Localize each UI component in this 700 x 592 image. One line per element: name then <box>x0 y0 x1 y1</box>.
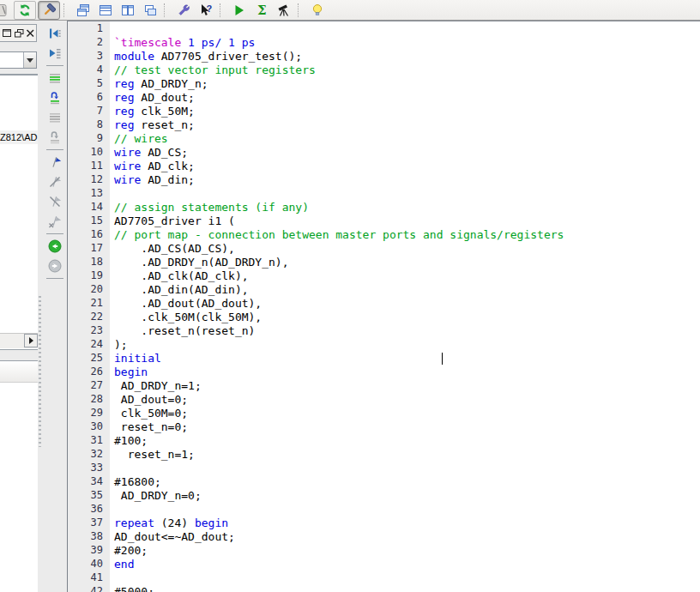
line-number[interactable]: 23 <box>68 324 110 338</box>
tile-horizontal-button[interactable] <box>95 2 116 19</box>
code-line[interactable]: .AD_clk(AD_clk), <box>114 269 700 283</box>
code-line[interactable]: #200; <box>114 544 700 558</box>
line-number[interactable]: 34 <box>68 475 110 489</box>
line-number[interactable]: 6 <box>68 91 110 105</box>
code-line[interactable]: // assign statements (if any) <box>114 201 700 214</box>
code-line[interactable]: AD_dout=0; <box>114 393 700 407</box>
combobox-value[interactable] <box>0 52 23 68</box>
undo-highlight-button[interactable] <box>45 89 64 106</box>
code-line[interactable]: reset_n=0; <box>114 420 700 434</box>
line-number[interactable]: 10 <box>68 146 110 160</box>
line-number[interactable]: 28 <box>68 393 110 407</box>
line-number[interactable]: 21 <box>68 297 110 311</box>
line-number[interactable]: 19 <box>68 269 110 283</box>
scroll-right-button[interactable] <box>24 334 38 347</box>
line-number[interactable]: 31 <box>68 434 110 448</box>
jump-next-button[interactable] <box>45 45 64 62</box>
code-line[interactable]: // wires <box>114 132 700 146</box>
jump-previous-button[interactable] <box>45 25 64 42</box>
add-bookmark-button[interactable] <box>45 154 64 171</box>
code-line[interactable]: ); <box>114 338 700 352</box>
mdi-maximize-button[interactable] <box>2 27 13 39</box>
line-number[interactable]: 33 <box>68 462 110 475</box>
line-number[interactable]: 24 <box>68 338 110 352</box>
cascade-windows-button[interactable] <box>73 2 94 19</box>
code-line[interactable]: reset_n=1; <box>114 448 700 462</box>
line-number[interactable]: 26 <box>68 365 110 379</box>
code-line[interactable]: #100; <box>114 434 700 448</box>
code-line[interactable]: repeat (24) begin <box>114 516 700 530</box>
code-line[interactable]: reg reset_n; <box>114 118 700 132</box>
compile-button[interactable] <box>38 1 60 20</box>
code-line[interactable]: clk_50M=0; <box>114 407 700 420</box>
line-number[interactable]: 2 <box>68 36 110 50</box>
mdi-close-button[interactable] <box>25 27 36 39</box>
line-number[interactable]: 29 <box>68 407 110 420</box>
overlap-windows-button[interactable] <box>140 2 160 19</box>
mdi-restore-button[interactable] <box>14 27 25 39</box>
run-button[interactable] <box>229 2 250 19</box>
code-area[interactable]: `timescale 1 ps/ 1 psmodule AD7705_drive… <box>110 21 700 592</box>
code-line[interactable]: `timescale 1 ps/ 1 ps <box>114 36 700 50</box>
line-number[interactable]: 37 <box>68 516 110 530</box>
code-line[interactable]: .AD_CS(AD_CS), <box>114 242 700 256</box>
code-line[interactable]: AD_dout<=~AD_dout; <box>114 530 700 544</box>
combobox-dropdown-button[interactable] <box>23 52 36 68</box>
summary-button[interactable]: Σ <box>251 2 272 19</box>
line-number[interactable]: 9 <box>68 132 110 146</box>
code-line[interactable]: .AD_dout(AD_dout), <box>114 297 700 311</box>
line-number[interactable]: 39 <box>68 544 110 558</box>
hint-button[interactable] <box>307 2 328 19</box>
code-line[interactable] <box>114 462 700 475</box>
code-line[interactable]: wire AD_clk; <box>114 160 700 173</box>
code-line[interactable]: // test vector input registers <box>114 63 700 77</box>
line-number[interactable]: 41 <box>68 571 110 585</box>
code-line[interactable]: wire AD_din; <box>114 173 700 187</box>
file-combobox[interactable] <box>0 51 37 69</box>
code-line[interactable] <box>114 503 700 516</box>
code-line[interactable]: end <box>114 558 700 571</box>
run-all-button[interactable] <box>274 2 294 19</box>
navigate-back-button[interactable] <box>45 238 64 255</box>
code-line[interactable]: #16800; <box>114 475 700 489</box>
code-line[interactable]: .clk_50M(clk_50M), <box>114 311 700 324</box>
line-number[interactable]: 40 <box>68 558 110 571</box>
tile-vertical-button[interactable] <box>118 2 138 19</box>
code-line[interactable]: AD_DRDY_n=1; <box>114 379 700 393</box>
code-line[interactable]: .AD_DRDY_n(AD_DRDY_n), <box>114 256 700 269</box>
line-number[interactable]: 38 <box>68 530 110 544</box>
line-number[interactable]: 12 <box>68 173 110 187</box>
tree-item-path[interactable]: Z812\AD <box>0 130 38 144</box>
code-line[interactable]: wire AD_CS; <box>114 146 700 160</box>
code-line[interactable]: AD7705_driver i1 ( <box>114 214 700 228</box>
line-number-gutter[interactable]: 1234567891011121314151617181920212223242… <box>68 21 110 592</box>
code-line[interactable]: // port map - connection between master … <box>114 228 700 242</box>
code-line[interactable] <box>114 22 700 36</box>
refresh-button[interactable] <box>14 1 36 20</box>
code-line[interactable]: reg AD_DRDY_n; <box>114 77 700 91</box>
line-number[interactable]: 13 <box>68 187 110 201</box>
code-line[interactable] <box>114 187 700 201</box>
line-number[interactable]: 17 <box>68 242 110 256</box>
line-number[interactable]: 4 <box>68 63 110 77</box>
code-line[interactable]: module AD7705_driver_test(); <box>114 50 700 63</box>
line-number[interactable]: 22 <box>68 311 110 324</box>
line-number[interactable]: 27 <box>68 379 110 393</box>
line-number[interactable]: 30 <box>68 420 110 434</box>
line-number[interactable]: 35 <box>68 489 110 503</box>
toolbar-gripper[interactable] <box>38 21 43 592</box>
partial-toolbar-button[interactable] <box>0 2 12 19</box>
code-line[interactable] <box>114 571 700 585</box>
line-number[interactable]: 11 <box>68 160 110 173</box>
line-number[interactable]: 1 <box>68 22 110 36</box>
line-number[interactable]: 14 <box>68 201 110 214</box>
code-line[interactable]: initial <box>114 352 700 365</box>
code-line[interactable]: .AD_din(AD_din), <box>114 283 700 297</box>
line-number[interactable]: 16 <box>68 228 110 242</box>
line-number[interactable]: 25 <box>68 352 110 365</box>
source-editor[interactable]: 1234567891011121314151617181920212223242… <box>67 21 700 592</box>
options-button[interactable] <box>173 2 194 19</box>
line-number[interactable]: 20 <box>68 283 110 297</box>
line-number[interactable]: 42 <box>68 585 110 592</box>
context-help-button[interactable]: ? <box>196 2 216 19</box>
